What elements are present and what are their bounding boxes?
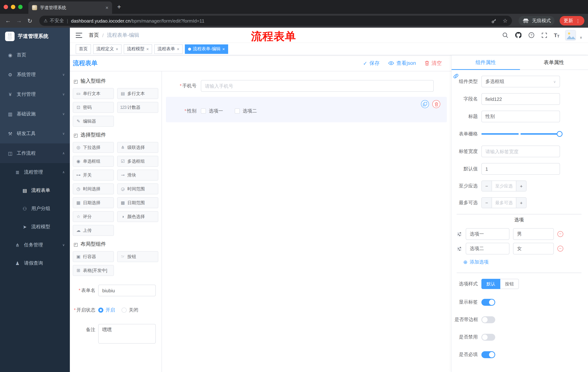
palette-item-single-text[interactable]: ▭单行文本 (73, 88, 114, 99)
component-type-select[interactable]: 多选框组 ∨ (481, 76, 560, 87)
palette-item-date-range[interactable]: ▩日期范围 (117, 197, 158, 208)
palette-item-cascader[interactable]: ⋔级联选择 (117, 142, 158, 153)
increment-button[interactable]: + (516, 198, 526, 208)
view-json-button[interactable]: 查看json (388, 60, 416, 66)
sidebar-item-process-model[interactable]: ➤ 流程模型 (0, 218, 70, 236)
disabled-toggle[interactable] (481, 334, 495, 340)
avatar-caret-icon[interactable]: ∨ (580, 35, 582, 39)
tag-process-form[interactable]: 流程表单 × (154, 44, 183, 54)
help-icon[interactable]: ? (528, 32, 535, 39)
checkbox-option-2[interactable]: 选项二 (235, 108, 257, 114)
palette-item-rate[interactable]: ☆评分 (73, 211, 114, 222)
github-icon[interactable] (514, 32, 522, 39)
collapse-sidebar-button[interactable] (76, 32, 82, 38)
form-name-input[interactable] (98, 285, 156, 296)
title-input[interactable] (481, 111, 560, 122)
tag-process-model[interactable]: 流程模型 × (124, 44, 152, 54)
tab-form-props[interactable]: 表单属性 (520, 55, 588, 70)
breadcrumb-home[interactable]: 首页 (89, 32, 99, 38)
field-name-input[interactable] (481, 93, 560, 105)
palette-item-date[interactable]: ▦日期选择 (73, 197, 114, 208)
user-avatar[interactable] (565, 30, 576, 41)
option-value-input[interactable] (513, 243, 554, 255)
sidebar-item-home[interactable]: ◉ 首页 (0, 45, 70, 65)
increment-button[interactable]: + (516, 181, 526, 191)
palette-item-counter[interactable]: 123计数器 (117, 102, 158, 113)
palette-item-slider[interactable]: ⊸滑块 (117, 170, 158, 181)
update-button[interactable]: 更新 ⋮ (560, 16, 584, 25)
slider-handle[interactable] (557, 131, 563, 137)
palette-item-row-container[interactable]: ▣行容器 (73, 251, 114, 262)
palette-item-time[interactable]: ◷时间选择 (73, 183, 114, 194)
default-value-input[interactable] (481, 163, 560, 175)
link-icon[interactable] (453, 73, 459, 79)
forward-button[interactable]: → (15, 18, 23, 24)
sidebar-item-devtools[interactable]: ⚒ 研发工具 ∨ (0, 124, 70, 143)
tab-close-icon[interactable]: × (105, 5, 108, 11)
form-grid-slider[interactable] (481, 128, 560, 140)
window-zoom-button[interactable] (18, 5, 22, 9)
max-select-value[interactable]: 最多可选 (492, 198, 516, 208)
palette-item-password[interactable]: ⊡密码 (73, 102, 114, 113)
add-option-button[interactable]: ⊕ 添加选项 (463, 259, 584, 265)
close-icon[interactable]: × (116, 46, 118, 52)
sidebar-item-payment[interactable]: ¥ 支付管理 ∨ (0, 85, 70, 104)
security-label[interactable]: 不安全 (50, 18, 64, 24)
sidebar-item-process-management[interactable]: ≣ 流程管理 ∧ (0, 163, 70, 181)
style-default-button[interactable]: 默认 (481, 279, 500, 289)
search-icon[interactable] (501, 32, 509, 39)
remove-option-icon[interactable]: − (557, 246, 563, 252)
border-toggle[interactable] (481, 316, 495, 323)
tag-process-form-edit[interactable]: 流程表单-编辑 × (185, 44, 228, 54)
palette-item-upload[interactable]: ☁上传 (73, 225, 114, 236)
style-button-button[interactable]: 按钮 (500, 279, 519, 289)
phone-field-row[interactable]: *手机号 (166, 80, 447, 92)
palette-item-time-range[interactable]: ◶时间范围 (117, 183, 158, 194)
sidebar-item-task-management[interactable]: ⋔ 任务管理 ∨ (0, 236, 70, 254)
sidebar-item-infrastructure[interactable]: ▥ 基础设施 ∨ (0, 104, 70, 124)
app-logo[interactable]: 芋道管理系统 (0, 28, 70, 45)
close-icon[interactable]: × (177, 46, 179, 52)
checkbox-icon[interactable] (235, 108, 240, 114)
min-select-value[interactable]: 至少应选 (492, 181, 516, 191)
selected-component-gender[interactable]: *性别 选项一 选项二 (166, 97, 447, 122)
required-toggle[interactable] (481, 351, 495, 358)
palette-item-color[interactable]: ◑颜色选择 (117, 211, 158, 222)
palette-item-select[interactable]: ◎下拉选择 (73, 142, 114, 153)
font-size-icon[interactable]: TT (554, 32, 559, 38)
address-bar[interactable]: ⚠ 不安全 | dashboard.yudao.iocoder.cn /bpm/… (39, 16, 512, 26)
tab-component-props[interactable]: 组件属性 (452, 55, 520, 70)
window-close-button[interactable] (4, 5, 8, 9)
sidebar-item-workflow[interactable]: ◫ 工作流程 ∧ (0, 143, 70, 163)
clear-button[interactable]: 清空 (425, 60, 442, 66)
tag-home[interactable]: 首页 (76, 44, 91, 54)
copy-component-button[interactable] (421, 100, 429, 108)
sidebar-item-process-form[interactable]: ▤ 流程表单 (0, 181, 70, 200)
menu-dots-icon[interactable]: ⋮ (576, 18, 580, 23)
label-width-input[interactable] (481, 146, 560, 157)
palette-item-radio-group[interactable]: ◉单选框组 (73, 156, 114, 167)
option-label-input[interactable] (466, 228, 509, 240)
sidebar-item-system[interactable]: ⚙ 系统管理 ∨ (0, 65, 70, 85)
close-icon[interactable]: × (222, 46, 225, 52)
form-remark-input[interactable]: 嘿嘿 (98, 324, 156, 344)
palette-item-checkbox-group[interactable]: ☑多选框组 (117, 156, 158, 167)
palette-item-table[interactable]: ⊞表格[开发中] (73, 265, 114, 276)
show-label-toggle[interactable] (481, 299, 495, 306)
save-button[interactable]: ✓ 保存 (363, 60, 379, 66)
checkbox-option-1[interactable]: 选项一 (201, 108, 223, 114)
radio-closed[interactable]: 关闭 (122, 307, 138, 313)
radio-open[interactable]: 开启 (98, 307, 115, 313)
checkbox-icon[interactable] (201, 108, 206, 114)
palette-item-multi-text[interactable]: ▤多行文本 (117, 88, 158, 99)
decrement-button[interactable]: − (482, 181, 492, 191)
password-key-icon[interactable] (490, 17, 498, 24)
new-tab-button[interactable]: + (117, 3, 121, 11)
reload-button[interactable]: ↻ (25, 17, 34, 24)
decrement-button[interactable]: − (482, 198, 492, 208)
sidebar-item-user-groups[interactable]: ⚇ 用户分组 (0, 200, 70, 218)
phone-field-input[interactable] (201, 80, 434, 92)
tag-process-definition[interactable]: 流程定义 × (93, 44, 122, 54)
palette-item-switch[interactable]: ⊶开关 (73, 170, 114, 181)
back-button[interactable]: ← (4, 18, 12, 24)
